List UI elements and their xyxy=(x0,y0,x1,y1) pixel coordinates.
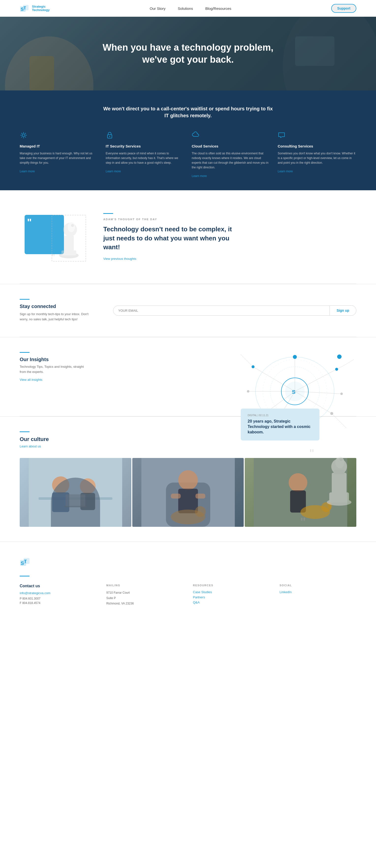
footer-resources-label: RESOURCES xyxy=(193,584,270,587)
insights-left: Our Insights Technology Tips, Topics and… xyxy=(20,352,89,382)
svg-rect-54 xyxy=(66,494,85,507)
footer-grid: Contact us info@strategicva.com P 804.60… xyxy=(20,584,356,606)
footer-email-link[interactable]: info@strategicva.com xyxy=(20,591,96,595)
email-input[interactable] xyxy=(113,306,330,316)
footer-logo: S T xyxy=(20,557,356,568)
thought-label: ADAM'S THOUGHT OF THE DAY xyxy=(103,218,356,221)
svg-text:": " xyxy=(310,447,314,461)
chess-knight-illustration xyxy=(54,216,84,260)
footer-logo-icon: S T xyxy=(20,557,30,567)
hero-section: When you have a technology problem, we'v… xyxy=(0,17,376,90)
svg-rect-53 xyxy=(80,493,95,510)
thought-section: " " ADAM'S THOUGHT OF THE DAY Technology… xyxy=(0,190,376,284)
insights-title: Our Insights xyxy=(20,357,89,362)
thought-content: ADAM'S THOUGHT OF THE DAY Technology doe… xyxy=(103,213,356,261)
footer-mailing-label: MAILING xyxy=(106,584,183,587)
service-consulting-link[interactable]: Learn more xyxy=(278,169,293,173)
svg-rect-47 xyxy=(334,470,345,474)
stay-connected-title: Stay connected xyxy=(20,304,93,309)
culture-accent-bar xyxy=(20,431,30,432)
svg-point-36 xyxy=(247,390,249,393)
gear-icon xyxy=(20,131,98,141)
svg-rect-51 xyxy=(52,492,69,512)
svg-rect-48 xyxy=(29,458,122,527)
svg-point-34 xyxy=(293,355,297,359)
svg-text:T: T xyxy=(24,6,26,10)
service-it-security-title: IT Security Services xyxy=(106,144,184,149)
nav-blog[interactable]: Blog/Resources xyxy=(205,6,231,10)
accent-bar xyxy=(103,213,113,214)
svg-rect-14 xyxy=(64,236,74,252)
svg-point-9 xyxy=(22,134,25,136)
culture-photo-1 xyxy=(20,458,131,527)
service-managed-it-link[interactable]: Learn more xyxy=(20,169,35,173)
nav-solutions[interactable]: Solutions xyxy=(178,6,193,10)
footer-resources: RESOURCES Case Studies Partners Q&A xyxy=(193,584,270,606)
insights-accent-bar xyxy=(20,352,30,353)
culture-photo-2 xyxy=(132,458,244,527)
cloud-icon xyxy=(192,131,270,141)
thought-illustration: " " xyxy=(20,210,89,264)
svg-point-50 xyxy=(52,476,69,494)
svg-rect-60 xyxy=(171,494,181,499)
svg-rect-55 xyxy=(64,506,87,507)
nav-links: Our Story Solutions Blog/Resources xyxy=(150,6,231,10)
insight-card-text: 20 years ago, Strategic Technology start… xyxy=(248,418,313,435)
footer-contact-title: Contact us xyxy=(20,584,96,588)
insights-desc: Technology Tips, Topics and Insights, st… xyxy=(20,364,89,375)
hero-headline: When you have a technology problem, we'v… xyxy=(102,41,274,66)
svg-rect-6 xyxy=(30,56,54,90)
service-cloud-title: Cloud Services xyxy=(192,144,270,149)
view-all-insights-link[interactable]: View all insights xyxy=(20,378,42,381)
svg-point-63 xyxy=(195,506,206,517)
navigation: S T Strategic Technology Our Story Solut… xyxy=(0,0,376,17)
culture-visual-area: " xyxy=(20,458,356,527)
footer-partners-link[interactable]: Partners xyxy=(193,595,270,599)
nav-our-story[interactable]: Our Story xyxy=(150,6,166,10)
view-previous-thoughts-link[interactable]: View previous thoughts xyxy=(103,257,136,260)
service-consulting: Consulting Services Sometimes you don't … xyxy=(278,131,356,178)
svg-rect-8 xyxy=(295,36,335,66)
service-cloud: Cloud Services The cloud is often sold a… xyxy=(192,131,270,178)
signup-button[interactable]: Sign up xyxy=(330,305,356,316)
service-managed-it-desc: Managing your business is hard enough. W… xyxy=(20,151,98,165)
service-it-security: IT Security Services Everyone wants peac… xyxy=(106,131,184,178)
services-section: We won't direct you to a call-center's w… xyxy=(0,90,376,190)
footer: S T Contact us info@strategicva.com P 80… xyxy=(0,541,376,616)
quote-open-icon: " xyxy=(27,217,32,227)
service-consulting-title: Consulting Services xyxy=(278,144,356,149)
footer-linkedin-link[interactable]: LinkedIn xyxy=(280,590,356,594)
logo-icon: S T xyxy=(20,3,30,13)
service-it-security-link[interactable]: Learn more xyxy=(106,169,121,173)
stay-connected-section: Stay connected Sign up for monthly tech-… xyxy=(0,284,376,337)
logo-text: Strategic Technology xyxy=(32,5,50,12)
footer-case-studies-link[interactable]: Case Studies xyxy=(193,590,270,594)
svg-rect-49 xyxy=(38,497,112,500)
support-button[interactable]: Support xyxy=(331,4,356,13)
svg-point-46 xyxy=(339,457,343,461)
footer-qa-link[interactable]: Q&A xyxy=(193,600,270,604)
svg-text:T: T xyxy=(24,559,27,564)
logo[interactable]: S T Strategic Technology xyxy=(20,3,50,13)
culture-quote-close: " xyxy=(300,515,306,529)
insight-card[interactable]: DIGITAL | 02.11.21 20 years ago, Strateg… xyxy=(241,408,319,440)
insights-visual: S DIGITAL | 02.11.21 20 years ago, Strat… xyxy=(233,347,356,445)
stay-accent-bar xyxy=(20,299,30,300)
footer-contact: Contact us info@strategicva.com P 804.60… xyxy=(20,584,96,606)
svg-point-65 xyxy=(289,473,308,492)
service-it-security-desc: Everyone wants peace of mind when it com… xyxy=(106,151,184,165)
svg-point-35 xyxy=(340,393,343,395)
svg-text:S: S xyxy=(21,560,24,566)
footer-phone-f: F 804.818.4574 xyxy=(20,601,96,605)
insights-section: Our Insights Technology Tips, Topics and… xyxy=(0,337,376,397)
service-cloud-link[interactable]: Learn more xyxy=(192,174,207,178)
service-consulting-desc: Sometimes you don't know what you don't … xyxy=(278,151,356,165)
quote-close-icon: " xyxy=(52,252,55,263)
insight-card-label: DIGITAL | 02.11.21 xyxy=(248,414,313,417)
stay-connected-desc: Sign up for monthly tech-tips to your in… xyxy=(20,312,93,322)
chat-icon xyxy=(278,131,356,141)
svg-point-11 xyxy=(109,136,110,137)
svg-point-17 xyxy=(71,224,74,227)
footer-accent-bar xyxy=(20,576,30,577)
footer-mailing-address: 9710 Farrar Court Suite P Richmond, VA 2… xyxy=(106,590,183,606)
